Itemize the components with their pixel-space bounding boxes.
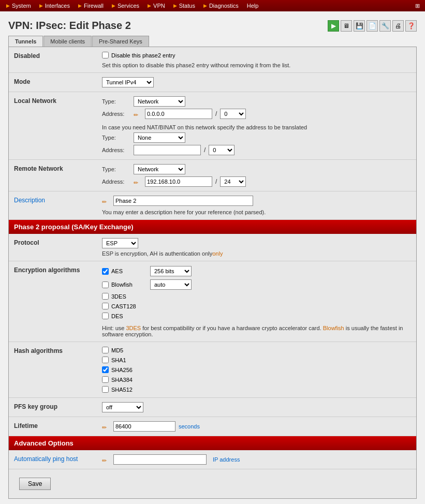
- enc-cast128-checkbox[interactable]: [102, 303, 109, 309]
- page-wrap: VPN: IPsec: Edit Phase 2 ▶ 🖥 💾 📄 🔧 🖨 ❓ T…: [0, 11, 425, 504]
- local-pencil-icon: [134, 111, 141, 118]
- tab-mobile-clients[interactable]: Mobile clients: [43, 36, 92, 47]
- lifetime-input[interactable]: [113, 421, 175, 432]
- hash-sha256-label: SHA256: [111, 367, 133, 373]
- disabled-check-row: Disable this phase2 entry: [102, 52, 411, 58]
- navbar-item-interfaces[interactable]: ▶ Interfaces: [35, 2, 74, 10]
- navbar-item-help[interactable]: Help: [243, 2, 263, 10]
- remote-address-label: Address:: [102, 179, 130, 185]
- navbar-item-system[interactable]: ▶ System: [2, 2, 35, 10]
- ping-row: Automatically ping host IP address: [9, 450, 416, 469]
- hash-sha384-checkbox[interactable]: [102, 376, 109, 383]
- lifetime-label: Lifetime: [14, 421, 97, 429]
- navbar-item-firewall[interactable]: ▶ Firewall: [74, 2, 108, 10]
- local-address-label: Address:: [102, 111, 130, 117]
- enc-cast128-row: CAST128: [102, 303, 411, 309]
- disabled-label: Disabled: [14, 51, 97, 60]
- disabled-content: Disable this phase2 entry Set this optio…: [102, 51, 411, 68]
- protocol-select[interactable]: ESP AH: [102, 238, 138, 248]
- enc-blowfish-checkbox[interactable]: [102, 281, 109, 288]
- navbar: ▶ System ▶ Interfaces ▶ Firewall ▶ Servi…: [0, 0, 425, 11]
- enc-aes-bits-select[interactable]: 128 bits 192 bits 256 bits auto: [150, 266, 192, 276]
- enc-3des-checkbox[interactable]: [102, 293, 109, 300]
- local-type-select[interactable]: Network Address Any: [134, 96, 185, 107]
- nat-type-row: Type: None Network Address: [102, 132, 411, 143]
- hash-label: Hash algorithms: [14, 346, 97, 354]
- hash-sha384-row: SHA384: [102, 376, 411, 383]
- lifetime-unit: seconds: [179, 423, 200, 429]
- enc-des-label: DES: [111, 313, 123, 319]
- protocol-row: Protocol ESP AH ESP is encryption, AH is…: [9, 234, 416, 261]
- hash-sha512-checkbox[interactable]: [102, 386, 109, 393]
- local-address-row: Address: / 0 8 16 24: [102, 109, 411, 119]
- enc-blowfish-bits-select[interactable]: 128 bits 192 bits 256 bits auto: [150, 279, 192, 290]
- header-icon-3[interactable]: 📄: [367, 20, 378, 32]
- hash-sha1-label: SHA1: [111, 357, 126, 363]
- pfs-select-row: off 1 2 5 14: [102, 402, 411, 412]
- nat-address-input[interactable]: [134, 145, 201, 155]
- remote-prefix-select[interactable]: 24 8 16 0: [220, 176, 246, 187]
- ping-content: IP address: [102, 454, 411, 465]
- pfs-select[interactable]: off 1 2 5 14: [102, 402, 143, 412]
- disabled-checkbox[interactable]: [102, 52, 109, 58]
- disabled-help-text: Set this option to disable this phase2 e…: [102, 62, 411, 68]
- header-icon-2[interactable]: 💾: [354, 20, 365, 32]
- phase2-section-header: Phase 2 proposal (SA/Key Exchange): [9, 220, 416, 234]
- enc-aes-label: AES: [111, 268, 148, 274]
- hash-md5-checkbox[interactable]: [102, 347, 109, 353]
- lifetime-row: Lifetime seconds: [9, 417, 416, 436]
- ping-input[interactable]: [113, 454, 207, 465]
- desc-pencil-icon: [102, 198, 109, 205]
- hash-sha256-checkbox[interactable]: [102, 366, 109, 373]
- remote-type-row: Type: Network Address Any: [102, 164, 411, 174]
- navbar-item-diagnostics[interactable]: ▶ Diagnostics: [199, 2, 243, 10]
- navbar-item-services[interactable]: ▶ Services: [108, 2, 143, 10]
- header-icon-5[interactable]: 🖨: [392, 20, 404, 32]
- header-icon-1[interactable]: 🖥: [341, 20, 352, 32]
- remote-type-label: Type:: [102, 166, 130, 172]
- nat-prefix-select[interactable]: 0 8 16 24: [209, 145, 235, 155]
- description-help: You may enter a description here for you…: [102, 209, 411, 215]
- local-prefix-select[interactable]: 0 8 16 24: [220, 109, 246, 119]
- hash-md5-row: MD5: [102, 347, 411, 353]
- description-content: You may enter a description here for you…: [102, 196, 411, 215]
- mode-select[interactable]: Tunnel IPv4 Tunnel IPv6 Transport: [102, 77, 154, 87]
- local-address-input[interactable]: [145, 109, 212, 119]
- navbar-item-status[interactable]: ▶ Status: [169, 2, 199, 10]
- tab-tunnels[interactable]: Tunnels: [8, 36, 43, 47]
- header-play-icon[interactable]: ▶: [328, 20, 339, 32]
- local-slash: /: [215, 110, 217, 117]
- lifetime-content: seconds: [102, 421, 411, 432]
- ping-input-row: IP address: [102, 454, 411, 465]
- remote-type-select[interactable]: Network Address Any: [134, 164, 185, 174]
- enc-des-checkbox[interactable]: [102, 313, 109, 319]
- mode-label: Mode: [14, 77, 97, 85]
- hash-sha512-label: SHA512: [111, 387, 133, 393]
- navbar-item-vpn[interactable]: ▶ VPN: [143, 2, 169, 10]
- enc-blowfish-row: Blowfish 128 bits 192 bits 256 bits auto: [102, 279, 411, 290]
- enc-aes-checkbox[interactable]: [102, 268, 109, 275]
- remote-address-input[interactable]: [145, 176, 212, 187]
- header-icon-4[interactable]: 🔧: [379, 20, 391, 32]
- local-network-label: Local Network: [14, 96, 97, 105]
- navbar-grid-icon[interactable]: ⊞: [412, 2, 423, 10]
- description-label: Description: [14, 196, 97, 204]
- enc-3des-row: 3DES: [102, 293, 411, 300]
- disabled-checkbox-label: Disable this phase2 entry: [111, 52, 175, 58]
- header-icon-6[interactable]: ❓: [405, 20, 417, 32]
- hash-row: Hash algorithms MD5 SHA1 SHA256 SHA384: [9, 342, 416, 398]
- remote-network-label: Remote Network: [14, 164, 97, 172]
- hash-content: MD5 SHA1 SHA256 SHA384 SHA512: [102, 346, 411, 393]
- tab-pre-shared-keys[interactable]: Pre-Shared Keys: [92, 36, 149, 47]
- nav-arrow-vpn: ▶: [148, 3, 151, 8]
- ping-pencil-icon: [102, 457, 109, 464]
- nat-slash: /: [204, 146, 206, 154]
- nat-type-select[interactable]: None Network Address: [134, 132, 185, 143]
- description-input[interactable]: [113, 196, 253, 206]
- mode-inline: Tunnel IPv4 Tunnel IPv6 Transport: [102, 77, 411, 87]
- save-button[interactable]: Save: [19, 478, 51, 490]
- enc-aes-row: AES 128 bits 192 bits 256 bits auto: [102, 266, 411, 276]
- nat-address-label: Address:: [102, 147, 130, 153]
- hash-sha1-checkbox[interactable]: [102, 357, 109, 363]
- encryption-row: Encryption algorithms AES 128 bits 192 b…: [9, 261, 416, 342]
